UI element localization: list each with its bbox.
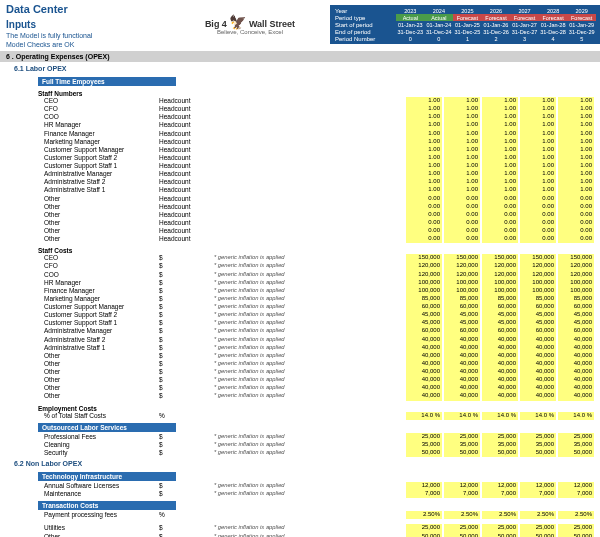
input-cell[interactable]: 2.50% — [406, 511, 442, 519]
input-cell[interactable]: 14.0 % — [520, 412, 556, 420]
input-cell[interactable]: 1.00 — [520, 178, 556, 186]
input-cell[interactable]: 0.00 — [406, 203, 442, 211]
input-cell[interactable]: 1.00 — [406, 170, 442, 178]
input-cell[interactable]: 1.00 — [520, 113, 556, 121]
input-cell[interactable]: 40,000 — [444, 376, 480, 384]
input-cell[interactable]: 100,000 — [482, 287, 518, 295]
input-cell[interactable]: 25,000 — [558, 433, 594, 441]
input-cell[interactable]: 1.00 — [482, 170, 518, 178]
input-cell[interactable]: 120,000 — [482, 262, 518, 270]
input-cell[interactable]: 40,000 — [558, 360, 594, 368]
input-cell[interactable]: 35,000 — [558, 441, 594, 449]
input-cell[interactable]: 0.00 — [444, 227, 480, 235]
input-cell[interactable]: 85,000 — [482, 295, 518, 303]
input-cell[interactable]: 50,000 — [482, 533, 518, 538]
input-cell[interactable]: 1.00 — [444, 121, 480, 129]
input-cell[interactable]: 0.00 — [406, 211, 442, 219]
input-cell[interactable]: 45,000 — [406, 319, 442, 327]
input-cell[interactable]: 0.00 — [520, 227, 556, 235]
input-cell[interactable]: 1.00 — [520, 97, 556, 105]
input-cell[interactable]: 1.00 — [406, 146, 442, 154]
input-cell[interactable]: 1.00 — [406, 105, 442, 113]
input-cell[interactable]: 45,000 — [558, 311, 594, 319]
input-cell[interactable]: 100,000 — [482, 279, 518, 287]
input-cell[interactable]: 50,000 — [406, 449, 442, 457]
input-cell[interactable]: 40,000 — [406, 384, 442, 392]
input-cell[interactable]: 1.00 — [558, 105, 594, 113]
input-cell[interactable]: 60,000 — [558, 303, 594, 311]
input-cell[interactable]: 0.00 — [444, 203, 480, 211]
input-cell[interactable]: 40,000 — [406, 360, 442, 368]
input-cell[interactable]: 1.00 — [520, 154, 556, 162]
input-cell[interactable]: 0.00 — [406, 195, 442, 203]
input-cell[interactable]: 0.00 — [558, 203, 594, 211]
input-cell[interactable]: 40,000 — [482, 392, 518, 400]
input-cell[interactable]: 1.00 — [520, 138, 556, 146]
input-cell[interactable]: 60,000 — [482, 327, 518, 335]
input-cell[interactable]: 12,000 — [482, 482, 518, 490]
input-cell[interactable]: 0.00 — [520, 195, 556, 203]
input-cell[interactable]: 50,000 — [482, 449, 518, 457]
input-cell[interactable]: 7,000 — [406, 490, 442, 498]
input-cell[interactable]: 150,000 — [520, 254, 556, 262]
input-cell[interactable]: 1.00 — [444, 154, 480, 162]
input-cell[interactable]: 2.50% — [444, 511, 480, 519]
input-cell[interactable]: 1.00 — [482, 178, 518, 186]
input-cell[interactable]: 1.00 — [482, 186, 518, 194]
input-cell[interactable]: 45,000 — [520, 319, 556, 327]
input-cell[interactable]: 1.00 — [406, 186, 442, 194]
input-cell[interactable]: 40,000 — [520, 392, 556, 400]
input-cell[interactable]: 45,000 — [482, 319, 518, 327]
input-cell[interactable]: 0.00 — [482, 203, 518, 211]
input-cell[interactable]: 40,000 — [520, 368, 556, 376]
input-cell[interactable]: 40,000 — [482, 336, 518, 344]
input-cell[interactable]: 1.00 — [558, 186, 594, 194]
input-cell[interactable]: 1.00 — [482, 113, 518, 121]
input-cell[interactable]: 40,000 — [482, 352, 518, 360]
input-cell[interactable]: 85,000 — [444, 295, 480, 303]
input-cell[interactable]: 25,000 — [520, 433, 556, 441]
input-cell[interactable]: 14.0 % — [482, 412, 518, 420]
input-cell[interactable]: 7,000 — [482, 490, 518, 498]
input-cell[interactable]: 60,000 — [444, 303, 480, 311]
input-cell[interactable]: 0.00 — [520, 211, 556, 219]
input-cell[interactable]: 25,000 — [406, 433, 442, 441]
input-cell[interactable]: 40,000 — [482, 384, 518, 392]
input-cell[interactable]: 25,000 — [520, 524, 556, 532]
input-cell[interactable]: 150,000 — [444, 254, 480, 262]
input-cell[interactable]: 25,000 — [444, 524, 480, 532]
input-cell[interactable]: 0.00 — [482, 195, 518, 203]
input-cell[interactable]: 1.00 — [444, 113, 480, 121]
input-cell[interactable]: 150,000 — [482, 254, 518, 262]
input-cell[interactable]: 40,000 — [520, 384, 556, 392]
input-cell[interactable]: 100,000 — [558, 287, 594, 295]
input-cell[interactable]: 7,000 — [520, 490, 556, 498]
input-cell[interactable]: 40,000 — [444, 352, 480, 360]
input-cell[interactable]: 40,000 — [558, 344, 594, 352]
input-cell[interactable]: 0.00 — [406, 219, 442, 227]
input-cell[interactable]: 50,000 — [520, 449, 556, 457]
input-cell[interactable]: 12,000 — [406, 482, 442, 490]
input-cell[interactable]: 120,000 — [482, 271, 518, 279]
input-cell[interactable]: 1.00 — [520, 130, 556, 138]
input-cell[interactable]: 50,000 — [444, 449, 480, 457]
input-cell[interactable]: 1.00 — [406, 113, 442, 121]
input-cell[interactable]: 150,000 — [558, 254, 594, 262]
input-cell[interactable]: 60,000 — [444, 327, 480, 335]
input-cell[interactable]: 40,000 — [520, 360, 556, 368]
input-cell[interactable]: 40,000 — [558, 368, 594, 376]
input-cell[interactable]: 45,000 — [444, 311, 480, 319]
input-cell[interactable]: 0.00 — [444, 211, 480, 219]
input-cell[interactable]: 120,000 — [520, 262, 556, 270]
input-cell[interactable]: 0.00 — [482, 219, 518, 227]
input-cell[interactable]: 1.00 — [558, 162, 594, 170]
input-cell[interactable]: 12,000 — [558, 482, 594, 490]
input-cell[interactable]: 120,000 — [444, 262, 480, 270]
input-cell[interactable]: 85,000 — [558, 295, 594, 303]
input-cell[interactable]: 40,000 — [482, 368, 518, 376]
input-cell[interactable]: 0.00 — [482, 227, 518, 235]
input-cell[interactable]: 1.00 — [406, 121, 442, 129]
input-cell[interactable]: 1.00 — [558, 121, 594, 129]
input-cell[interactable]: 0.00 — [444, 235, 480, 243]
input-cell[interactable]: 0.00 — [406, 235, 442, 243]
